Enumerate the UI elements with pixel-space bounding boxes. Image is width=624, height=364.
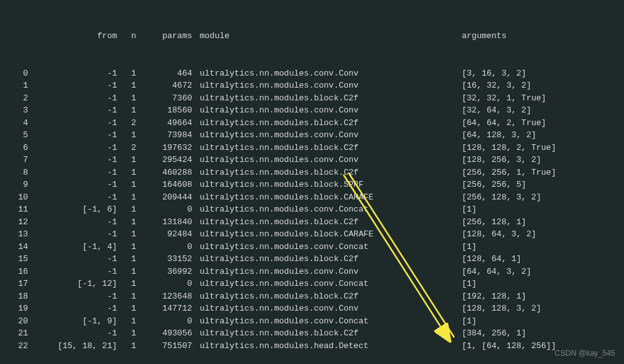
table-row: 15-1133152ultralytics.nn.modules.block.C… xyxy=(8,253,616,266)
table-row: 16-1136992ultralytics.nn.modules.conv.Co… xyxy=(8,266,616,278)
cell-n: 1 xyxy=(117,228,136,241)
cell-idx: 1 xyxy=(8,79,28,92)
cell-module: ultralytics.nn.modules.conv.Conv xyxy=(192,79,454,92)
cell-from: -1 xyxy=(28,129,117,142)
cell-from: -1 xyxy=(28,179,117,191)
cell-module: ultralytics.nn.modules.block.CARAFE xyxy=(192,191,454,204)
header-idx xyxy=(8,30,28,43)
cell-module: ultralytics.nn.modules.block.C2f xyxy=(192,117,454,130)
table-row: 22[15, 18, 21]1751507ultralytics.nn.modu… xyxy=(8,340,616,353)
header-arguments: arguments xyxy=(454,30,614,43)
cell-args: [256, 128, 3, 2] xyxy=(454,191,614,204)
cell-n: 1 xyxy=(117,67,136,80)
cell-from: [-1, 9] xyxy=(28,315,117,328)
table-row: 14[-1, 4]10ultralytics.nn.modules.conv.C… xyxy=(8,241,616,253)
cell-args: [1] xyxy=(454,241,614,253)
cell-params: 0 xyxy=(136,278,192,290)
cell-args: [1] xyxy=(454,315,614,328)
cell-module: ultralytics.nn.modules.conv.Concat xyxy=(192,278,454,290)
cell-n: 1 xyxy=(117,166,136,179)
cell-args: [64, 64, 3, 2] xyxy=(454,266,614,278)
cell-module: ultralytics.nn.modules.block.C2f xyxy=(192,92,454,105)
cell-from: -1 xyxy=(28,228,117,241)
header-module: module xyxy=(192,30,454,43)
cell-idx: 4 xyxy=(8,117,28,130)
cell-from: -1 xyxy=(28,290,117,303)
cell-params: 295424 xyxy=(136,154,192,166)
cell-n: 2 xyxy=(117,142,136,154)
cell-from: -1 xyxy=(28,117,117,130)
cell-n: 1 xyxy=(117,79,136,92)
table-row: 20[-1, 9]10ultralytics.nn.modules.conv.C… xyxy=(8,315,616,328)
cell-params: 751507 xyxy=(136,340,192,353)
cell-params: 18560 xyxy=(136,104,192,117)
cell-module: ultralytics.nn.modules.conv.Conv xyxy=(192,154,454,166)
cell-from: -1 xyxy=(28,154,117,166)
cell-module: ultralytics.nn.modules.conv.Conv xyxy=(192,302,454,315)
cell-module: ultralytics.nn.modules.conv.Conv xyxy=(192,67,454,80)
cell-module: ultralytics.nn.modules.block.C2f xyxy=(192,253,454,266)
cell-idx: 9 xyxy=(8,179,28,191)
cell-n: 1 xyxy=(117,266,136,278)
cell-args: [64, 128, 3, 2] xyxy=(454,129,614,142)
cell-params: 33152 xyxy=(136,253,192,266)
cell-idx: 18 xyxy=(8,290,28,303)
cell-module: ultralytics.nn.modules.conv.Conv xyxy=(192,104,454,117)
cell-n: 1 xyxy=(117,154,136,166)
cell-from: -1 xyxy=(28,302,117,315)
cell-n: 1 xyxy=(117,191,136,204)
cell-idx: 15 xyxy=(8,253,28,266)
watermark-text: CSDN @kay_545 xyxy=(555,347,615,359)
table-row: 0-11464ultralytics.nn.modules.conv.Conv[… xyxy=(8,67,616,80)
cell-from: -1 xyxy=(28,266,117,278)
cell-from: -1 xyxy=(28,67,117,80)
cell-args: [128, 256, 3, 2] xyxy=(454,154,614,166)
cell-module: ultralytics.nn.modules.conv.Concat xyxy=(192,315,454,328)
cell-idx: 19 xyxy=(8,302,28,315)
table-row: 1-114672ultralytics.nn.modules.conv.Conv… xyxy=(8,79,616,92)
cell-args: [32, 64, 3, 2] xyxy=(454,104,614,117)
cell-params: 147712 xyxy=(136,302,192,315)
cell-n: 1 xyxy=(117,278,136,290)
cell-n: 1 xyxy=(117,315,136,328)
header-params: params xyxy=(136,30,192,43)
cell-args: [192, 128, 1] xyxy=(454,290,614,303)
cell-params: 460288 xyxy=(136,166,192,179)
cell-args: [32, 32, 1, True] xyxy=(454,92,614,105)
cell-module: ultralytics.nn.modules.conv.Concat xyxy=(192,203,454,216)
cell-module: ultralytics.nn.modules.conv.Conv xyxy=(192,266,454,278)
model-summary-table: from n params module arguments 0-11464ul… xyxy=(8,5,616,364)
cell-idx: 20 xyxy=(8,315,28,328)
table-row: 11[-1, 6]10ultralytics.nn.modules.conv.C… xyxy=(8,203,616,216)
table-row: 17[-1, 12]10ultralytics.nn.modules.conv.… xyxy=(8,278,616,290)
cell-params: 0 xyxy=(136,203,192,216)
cell-from: -1 xyxy=(28,142,117,154)
cell-from: -1 xyxy=(28,104,117,117)
cell-from: -1 xyxy=(28,166,117,179)
table-row: 7-11295424ultralytics.nn.modules.conv.Co… xyxy=(8,154,616,166)
cell-args: [256, 256, 1, True] xyxy=(454,166,614,179)
cell-params: 36992 xyxy=(136,266,192,278)
cell-idx: 10 xyxy=(8,191,28,204)
table-row: 18-11123648ultralytics.nn.modules.block.… xyxy=(8,290,616,303)
table-header-row: from n params module arguments xyxy=(8,30,616,43)
cell-args: [128, 128, 2, True] xyxy=(454,142,614,154)
cell-idx: 2 xyxy=(8,92,28,105)
cell-from: -1 xyxy=(28,327,117,340)
cell-from: [-1, 6] xyxy=(28,203,117,216)
cell-params: 0 xyxy=(136,315,192,328)
cell-params: 131840 xyxy=(136,216,192,229)
cell-idx: 21 xyxy=(8,327,28,340)
cell-n: 1 xyxy=(117,216,136,229)
header-from: from xyxy=(28,30,117,43)
header-n: n xyxy=(117,30,136,43)
cell-n: 1 xyxy=(117,203,136,216)
cell-params: 92484 xyxy=(136,228,192,241)
cell-module: ultralytics.nn.modules.block.C2f xyxy=(192,142,454,154)
cell-params: 123648 xyxy=(136,290,192,303)
cell-idx: 7 xyxy=(8,154,28,166)
cell-args: [256, 256, 5] xyxy=(454,179,614,191)
cell-from: -1 xyxy=(28,79,117,92)
cell-idx: 12 xyxy=(8,216,28,229)
table-row: 5-1173984ultralytics.nn.modules.conv.Con… xyxy=(8,129,616,142)
